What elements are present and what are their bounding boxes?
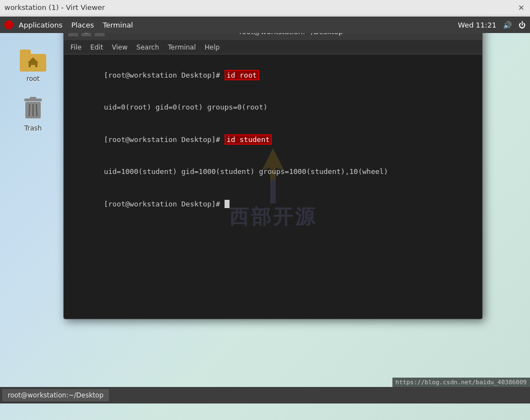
outer-title-bar: workstation (1) - Virt Viewer ✕	[0, 0, 530, 15]
term-menu-edit[interactable]: Edit	[88, 42, 105, 52]
output-uid-root: uid=0(root) gid=0(root) groups=0(root)	[104, 103, 267, 111]
desktop-icon-trash[interactable]: Trash	[11, 94, 55, 134]
svg-line-7	[29, 104, 30, 116]
term-menu-terminal[interactable]: Terminal	[166, 42, 198, 52]
trash-icon	[20, 96, 46, 122]
home-folder-icon	[20, 46, 46, 73]
url-hint: https://blog.csdn.net/baidu_40386009	[392, 378, 530, 387]
volume-icon[interactable]: 🔊	[503, 21, 512, 29]
trash-icon-label: Trash	[24, 124, 42, 132]
panel-clock: Wed 11:21	[458, 21, 496, 29]
term-menu-search[interactable]: Search	[134, 42, 161, 52]
term-menu-view[interactable]: View	[110, 42, 129, 52]
outer-title-text: workstation (1) - Virt Viewer	[4, 3, 105, 12]
terminal-cursor	[225, 200, 230, 208]
prompt-3: [root@workstation Desktop]#	[104, 200, 225, 208]
taskbar: root@workstation:~/Desktop	[0, 387, 530, 403]
power-icon[interactable]: ⏻	[518, 21, 526, 29]
terminal-window: — □ ✕ root@workstation:~/Desktop File Ed…	[63, 22, 483, 319]
panel-left: Applications Places Terminal	[4, 20, 136, 30]
output-uid-student: uid=1000(student) gid=1000(student) grou…	[104, 167, 389, 176]
panel-right: Wed 11:21 🔊 ⏻	[458, 21, 526, 29]
panel-places[interactable]: Places	[68, 20, 97, 30]
terminal-line-4: uid=1000(student) gid=1000(student) grou…	[69, 156, 477, 188]
prompt-1: [root@workstation Desktop]#	[104, 71, 225, 79]
outer-close-button[interactable]: ✕	[517, 3, 526, 12]
home-icon-label: root	[26, 75, 40, 83]
terminal-content[interactable]: [root@workstation Desktop]# id root uid=…	[64, 54, 482, 319]
taskbar-task[interactable]: root@workstation:~/Desktop	[2, 389, 109, 401]
terminal-line-5: [root@workstation Desktop]#	[69, 188, 477, 220]
svg-rect-1	[20, 50, 31, 56]
prompt-2: [root@workstation Desktop]#	[104, 135, 225, 144]
cmd-id-root: id root	[225, 70, 259, 80]
cmd-id-student: id student	[225, 134, 272, 145]
svg-line-9	[36, 104, 37, 116]
panel-applications[interactable]: Applications	[15, 20, 65, 30]
term-menu-file[interactable]: File	[68, 42, 84, 52]
panel-terminal[interactable]: Terminal	[100, 20, 136, 30]
desktop-icon-home[interactable]: root	[11, 44, 55, 85]
gnome-top-panel: Applications Places Terminal Wed 11:21 🔊…	[0, 17, 530, 33]
desktop: Applications Places Terminal Wed 11:21 🔊…	[0, 17, 530, 403]
terminal-line-2: uid=0(root) gid=0(root) groups=0(root)	[69, 91, 477, 124]
terminal-line-3: [root@workstation Desktop]# id student	[69, 123, 477, 156]
svg-rect-5	[30, 97, 36, 100]
redhat-icon	[4, 20, 13, 29]
term-menu-help[interactable]: Help	[203, 42, 222, 52]
terminal-line-1: [root@workstation Desktop]# id root	[69, 59, 477, 91]
terminal-menubar: File Edit View Search Terminal Help	[64, 40, 482, 54]
